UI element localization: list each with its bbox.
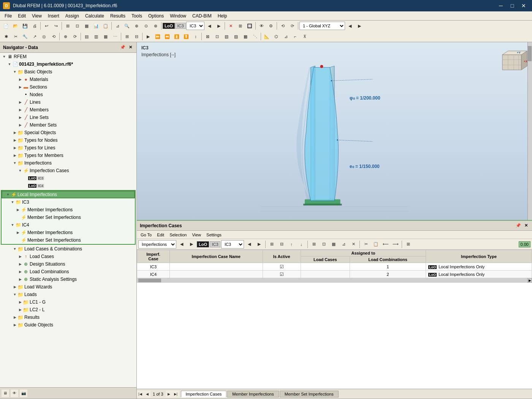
menu-tools[interactable]: Tools xyxy=(128,13,145,19)
member-sets-expand[interactable]: ▶ xyxy=(17,122,23,128)
types-lines-expand[interactable]: ▶ xyxy=(12,145,17,150)
imp-type-select[interactable]: Imperfections xyxy=(138,240,176,249)
menu-insert[interactable]: Insert xyxy=(45,13,62,19)
tb2-btn13[interactable]: ⊞ xyxy=(122,32,131,41)
tree-special-objects[interactable]: ▶ 📁 Special Objects xyxy=(0,129,136,136)
tree-imperfections[interactable]: ▼ 📁 Imperfections xyxy=(0,159,136,167)
tb2-btn20[interactable]: ↕ xyxy=(191,32,200,41)
tb2-btn16[interactable]: ⏩ xyxy=(153,32,162,41)
tree-loads[interactable]: ▼ 📁 Loads xyxy=(0,291,136,298)
imp-tb-btn12[interactable]: ⟵ xyxy=(381,240,390,249)
local-ic4-expand[interactable]: ▼ xyxy=(10,222,15,228)
file-expand[interactable]: ▼ xyxy=(7,62,12,67)
imp-tab-member[interactable]: Member Imperfections xyxy=(227,391,279,397)
materials-expand[interactable]: ▶ xyxy=(17,77,23,82)
viewport-scrollbar-v[interactable] xyxy=(527,42,532,220)
imp-tb-btn13[interactable]: ⟶ xyxy=(391,240,400,249)
imp-menu-edit[interactable]: Edit xyxy=(155,232,166,238)
imp-panel-close[interactable]: ✕ xyxy=(523,223,529,229)
imp-tb-btn6[interactable]: ⊡ xyxy=(319,240,328,249)
imp-menu-settings[interactable]: Settings xyxy=(204,232,224,238)
local-imp-expand[interactable]: ▼ xyxy=(5,192,11,197)
imp-table-scrollbar-h[interactable]: ▶ xyxy=(137,278,532,283)
new-btn[interactable]: 📄 xyxy=(2,21,11,30)
imp-menu-view[interactable]: View xyxy=(190,232,203,238)
tb1-btn5[interactable]: ▦ xyxy=(82,21,91,30)
tb2-btn7[interactable]: ⊕ xyxy=(61,32,70,41)
tree-load-wizards[interactable]: ▶ 📁 Load Wizards xyxy=(0,283,136,291)
tb2-btn29[interactable]: ⌐ xyxy=(291,32,300,41)
page-next-btn[interactable]: ▶ xyxy=(166,391,173,397)
tb2-btn9[interactable]: ▤ xyxy=(82,32,91,41)
imp-cases-expand[interactable]: ▼ xyxy=(17,168,23,173)
tree-imperfection-cases[interactable]: ▼ ⚡ Imperfection Cases xyxy=(0,167,136,174)
table-row-ic4[interactable]: IC4 ☑ 2 LoO Local Imperfections Only xyxy=(137,271,532,278)
tb1-x-btn[interactable]: ✕ xyxy=(226,21,235,30)
tree-nodes[interactable]: • Nodes xyxy=(0,91,136,98)
tree-member-imp-ic3[interactable]: ▶ ⚡ Member Imperfections xyxy=(2,206,135,214)
tree-lc2[interactable]: ▶ 📁 LC2 - L xyxy=(0,306,136,314)
tree-static-analysis[interactable]: ▶ ⊕ Static Analysis Settings xyxy=(0,276,136,283)
tb2-btn14[interactable]: ⊟ xyxy=(132,32,141,41)
imp-tab-cases[interactable]: Imperfection Cases xyxy=(181,391,227,397)
lc2-expand[interactable]: ▶ xyxy=(17,307,23,312)
maximize-button[interactable]: □ xyxy=(507,2,518,10)
tb2-btn12[interactable]: ⋯ xyxy=(111,32,120,41)
menu-window[interactable]: Window xyxy=(167,13,189,19)
tree-lc1[interactable]: ▶ 📁 LC1 - G xyxy=(0,298,136,306)
tree-load-cases-combo[interactable]: ▼ 📁 Load Cases & Combinations xyxy=(0,245,136,253)
tb2-btn10[interactable]: ▥ xyxy=(92,32,101,41)
tree-types-nodes[interactable]: ▶ 📁 Types for Nodes xyxy=(0,136,136,144)
undo-btn[interactable]: ↩ xyxy=(42,21,51,30)
tb1-next-btn[interactable]: ▶ xyxy=(355,21,364,30)
imp-tb-btn8[interactable]: ⊿ xyxy=(339,240,348,249)
tb2-btn24[interactable]: ▨ xyxy=(231,32,241,41)
tb2-btn19[interactable]: ⏬ xyxy=(182,32,191,41)
tb2-btn2[interactable]: ✂ xyxy=(11,32,20,41)
line-sets-expand[interactable]: ▶ xyxy=(17,115,23,120)
design-sit-expand[interactable]: ▶ xyxy=(17,261,23,267)
page-first-btn[interactable]: |◀ xyxy=(137,391,144,397)
tree-member-sets[interactable]: ▶ ╱ Member Sets xyxy=(0,121,136,129)
tb2-btn28[interactable]: ⊿ xyxy=(281,32,290,41)
imp-ic-next-btn[interactable]: ▶ xyxy=(255,240,264,249)
tree-members[interactable]: ▶ ╱ Members xyxy=(0,106,136,114)
nav-view-btn[interactable]: 👁 xyxy=(11,390,18,397)
types-nodes-expand[interactable]: ▶ xyxy=(12,138,17,143)
imp-ic-prev-btn[interactable]: ◀ xyxy=(245,240,254,249)
tb2-btn6[interactable]: ⟲ xyxy=(49,32,58,41)
td-ic3-active[interactable]: ☑ xyxy=(263,263,301,271)
tb1-btn9[interactable]: 🔍 xyxy=(122,21,131,30)
tree-types-lines[interactable]: ▶ 📁 Types for Lines xyxy=(0,144,136,152)
tb1-btn14[interactable]: 🔲 xyxy=(245,21,254,30)
print-btn[interactable]: 🖨 xyxy=(30,21,39,30)
tb2-btn21[interactable]: ⊠ xyxy=(203,32,212,41)
types-members-expand[interactable]: ▶ xyxy=(12,153,17,158)
member-imp-ic4-expand[interactable]: ▶ xyxy=(15,230,21,235)
tree-file[interactable]: ▼ 📄 001423_Imperfektion.rf6* xyxy=(0,60,136,68)
tree-lines[interactable]: ▶ ╱ Lines xyxy=(0,98,136,106)
page-prev-btn[interactable]: ◀ xyxy=(144,391,150,397)
scrollbar-thumb-v[interactable] xyxy=(528,46,532,61)
tb1-btn15[interactable]: 👁 xyxy=(257,21,266,30)
tb2-btn15[interactable]: ▶ xyxy=(144,32,153,41)
tb1-btn16[interactable]: ⚙ xyxy=(266,21,276,30)
tb1-btn3[interactable]: ⊞ xyxy=(63,21,72,30)
tree-results[interactable]: ▶ 📁 Results xyxy=(0,314,136,321)
tb2-btn27[interactable]: ⌬ xyxy=(272,32,281,41)
tree-member-imp-ic4[interactable]: ▶ ⚡ Member Imperfections xyxy=(2,229,135,236)
minimize-button[interactable]: ─ xyxy=(496,2,506,10)
tb2-btn1[interactable]: ✱ xyxy=(2,32,11,41)
wizards-expand[interactable]: ▶ xyxy=(12,284,17,290)
menu-edit[interactable]: Edit xyxy=(15,13,29,19)
menu-cad-bim[interactable]: CAD-BIM xyxy=(189,13,215,19)
tb1-btn11[interactable]: ⊙ xyxy=(141,21,150,30)
basic-objects-expand[interactable]: ▼ xyxy=(12,69,17,74)
tb2-rule-btn[interactable]: 📐 xyxy=(262,32,271,41)
tb2-btn11[interactable]: ▦ xyxy=(101,32,110,41)
tree-line-sets[interactable]: ▶ ╱ Line Sets xyxy=(0,114,136,121)
menu-options[interactable]: Options xyxy=(145,13,167,19)
lines-expand[interactable]: ▶ xyxy=(17,100,23,105)
prev-ic-btn[interactable]: ◀ xyxy=(205,21,214,30)
loads-expand[interactable]: ▼ xyxy=(12,292,17,297)
